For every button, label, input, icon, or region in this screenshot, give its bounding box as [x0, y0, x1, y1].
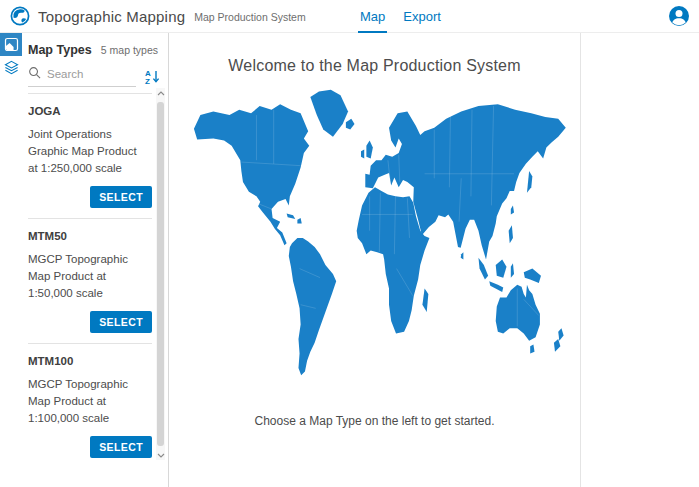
chevron-down-icon[interactable]: [157, 450, 165, 460]
globe-icon: [10, 6, 30, 26]
welcome-title: Welcome to the Map Production System: [169, 57, 580, 75]
svg-text:Z: Z: [145, 77, 150, 85]
map-type-description: MGCP Topographic Map Product at 1:50,000…: [28, 251, 144, 302]
app-title: Topographic Mapping: [38, 8, 185, 25]
map-type-description: MGCP Topographic Map Product at 1:100,00…: [28, 376, 144, 427]
user-avatar-icon[interactable]: [668, 5, 690, 27]
main-tabs: Map Export: [358, 0, 457, 33]
search-row: A Z: [28, 65, 168, 87]
search-box[interactable]: [28, 65, 136, 87]
world-map: [169, 88, 580, 390]
action-bar: [0, 33, 22, 487]
panel-title: Map Types: [28, 43, 92, 57]
map-type-name: MTM100: [28, 355, 152, 367]
sidebar-scrollbar[interactable]: [156, 88, 165, 460]
map-types-panel: Map Types 5 map types A Z: [22, 33, 169, 487]
map-type-list: JOGA Joint Operations Graphic Map Produc…: [28, 93, 168, 467]
right-gap: [581, 33, 699, 487]
app-body: Map Types 5 map types A Z: [0, 33, 699, 487]
tab-export[interactable]: Export: [401, 9, 443, 33]
select-button[interactable]: SELECT: [90, 186, 152, 208]
instruction-text: Choose a Map Type on the left to get sta…: [169, 414, 580, 428]
tab-map[interactable]: Map: [358, 9, 387, 33]
scrollbar-thumb[interactable]: [157, 102, 164, 446]
app-subtitle: Map Production System: [194, 11, 305, 23]
map-type-count: 5 map types: [101, 44, 158, 56]
basemap-icon[interactable]: [0, 33, 22, 56]
map-type-name: MTM50: [28, 230, 152, 242]
layers-icon[interactable]: [0, 56, 22, 79]
map-type-item: MTM50 MGCP Topographic Map Product at 1:…: [28, 219, 152, 344]
app-window: Topographic Mapping Map Production Syste…: [0, 0, 699, 487]
map-type-description: Joint Operations Graphic Map Product at …: [28, 126, 144, 177]
sort-a-z-icon[interactable]: A Z: [144, 68, 160, 85]
main-panel: Welcome to the Map Production System: [169, 33, 581, 487]
select-button[interactable]: SELECT: [90, 436, 152, 458]
select-button[interactable]: SELECT: [90, 311, 152, 333]
search-icon: [28, 65, 41, 83]
chevron-up-icon[interactable]: [157, 88, 165, 98]
map-type-item: JOGA Joint Operations Graphic Map Produc…: [28, 93, 152, 219]
map-type-item: MTM100 MGCP Topographic Map Product at 1…: [28, 344, 152, 467]
panel-head: Map Types 5 map types: [28, 33, 168, 57]
search-input[interactable]: [47, 68, 117, 80]
app-header: Topographic Mapping Map Production Syste…: [0, 0, 699, 33]
map-type-name: JOGA: [28, 105, 152, 117]
